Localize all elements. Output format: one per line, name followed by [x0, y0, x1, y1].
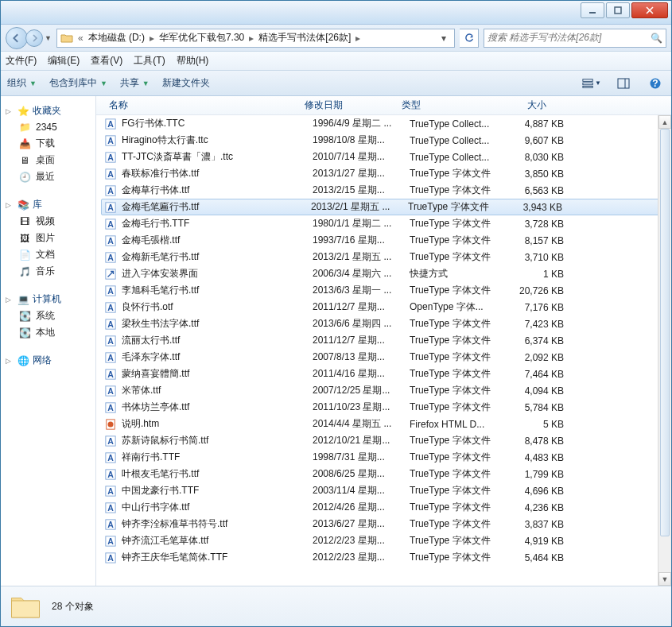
breadcrumb-dropdown[interactable]: ▾: [437, 33, 451, 44]
file-type: TrueType 字体文件: [410, 484, 503, 497]
breadcrumb-bar[interactable]: « 本地磁盘 (D:) ▸ 华军优化下载包7.30 ▸ 精选手写书法体[26款]…: [56, 29, 455, 48]
file-row[interactable]: A良怀行书.otf2011/12/7 星期...OpenType 字体...7,…: [96, 299, 671, 315]
file-row[interactable]: 进入字体安装界面2006/3/4 星期六 ...快捷方式1 KB: [96, 265, 671, 282]
favorites-group[interactable]: ▷⭐收藏夹: [1, 103, 95, 119]
breadcrumb-item[interactable]: 本地磁盘 (D:): [85, 31, 148, 45]
file-name: 钟齐李洤标准草书符号.ttf: [122, 517, 313, 531]
shortcut-icon: [104, 269, 117, 280]
file-row[interactable]: A金梅毛張楷.ttf1993/7/16 星期...TrueType 字体文件8,…: [96, 232, 671, 249]
explorer-body: ▷⭐收藏夹 📁2345 📥下载 🖥桌面 🕘最近 ▷📚库 🎞视频 🖼图片 📄文档 …: [1, 96, 671, 586]
menu-view[interactable]: 查看(V): [91, 54, 122, 68]
column-type[interactable]: 类型: [397, 99, 491, 112]
sidebar-item[interactable]: 🎵音乐: [1, 263, 95, 280]
file-row[interactable]: A梁秋生书法字体.ttf2013/6/6 星期四 ...TrueType 字体文…: [96, 315, 671, 332]
sidebar-item[interactable]: 📄文档: [1, 246, 95, 263]
back-button[interactable]: [6, 27, 28, 49]
sidebar-item[interactable]: 🎞视频: [1, 213, 95, 230]
organize-button[interactable]: 组织▼: [7, 76, 37, 90]
svg-text:A: A: [107, 502, 114, 512]
file-size: 4,696 KB: [503, 486, 564, 497]
menu-tools[interactable]: 工具(T): [134, 54, 165, 68]
breadcrumb-item[interactable]: 华军优化下载包7.30: [156, 31, 247, 45]
file-row[interactable]: A叶根友毛笔行书.ttf2008/6/25 星期...TrueType 字体文件…: [96, 466, 671, 482]
file-size: 3,728 KB: [503, 219, 564, 230]
breadcrumb-item[interactable]: 精选手写书法体[26款]: [255, 31, 354, 45]
file-row[interactable]: AFG行书体.TTC1996/4/9 星期二 ...TrueType Colle…: [96, 115, 671, 132]
libraries-group[interactable]: ▷📚库: [1, 196, 95, 213]
file-size: 8,478 KB: [503, 435, 564, 447]
view-mode-button[interactable]: ▼: [582, 75, 601, 92]
svg-text:A: A: [107, 285, 114, 295]
forward-button[interactable]: [25, 29, 43, 47]
file-row[interactable]: A金梅草行书体.ttf2013/2/15 星期...TrueType 字体文件6…: [96, 182, 671, 199]
search-input[interactable]: 搜索 精选手写书法体[26款] 🔍: [484, 29, 666, 48]
sidebar-item[interactable]: 🕘最近: [1, 168, 95, 185]
file-name: 流丽太行书.ttf: [122, 334, 313, 347]
computer-group[interactable]: ▷💻计算机: [1, 291, 95, 308]
file-row[interactable]: A蒙纳喜宴體簡.ttf2011/4/16 星期...TrueType 字体文件7…: [96, 366, 671, 382]
include-in-library-button[interactable]: 包含到库中▼: [49, 76, 107, 90]
minimize-button[interactable]: [581, 2, 604, 18]
nav-history-dropdown[interactable]: ▼: [45, 34, 52, 42]
file-date: 1980/1/1 星期二 ...: [313, 217, 410, 230]
scroll-thumb[interactable]: [660, 129, 670, 536]
svg-text:A: A: [107, 385, 114, 395]
sidebar-item[interactable]: 💽本地: [1, 324, 95, 341]
menu-edit[interactable]: 编辑(E): [48, 54, 80, 68]
sidebar-item[interactable]: 🖥桌面: [1, 152, 95, 168]
file-row[interactable]: A钟齐流江毛笔草体.ttf2012/2/23 星期...TrueType 字体文…: [96, 532, 671, 549]
file-row[interactable]: A流丽太行书.ttf2011/12/7 星期...TrueType 字体文件6,…: [96, 332, 671, 349]
file-date: 2012/2/23 星期...: [313, 551, 410, 564]
file-row[interactable]: A金梅新毛笔行书.ttf2013/2/1 星期五 ...TrueType 字体文…: [96, 249, 671, 265]
svg-point-45: [108, 421, 114, 427]
file-date: 2013/2/1 星期五 ...: [313, 250, 410, 264]
sidebar-item[interactable]: 📁2345: [1, 119, 95, 135]
file-row[interactable]: A米芾体.ttf2007/12/25 星期...TrueType 字体文件4,0…: [96, 382, 671, 399]
share-button[interactable]: 共享▼: [120, 76, 150, 90]
file-row[interactable]: A春联标准行书体.ttf2013/1/27 星期...TrueType 字体文件…: [96, 165, 671, 182]
new-folder-button[interactable]: 新建文件夹: [162, 76, 210, 90]
sidebar-item[interactable]: 💽系统: [1, 308, 95, 324]
file-date: 2003/11/4 星期...: [313, 484, 410, 497]
file-name: TT-JTC淡斎草書「濃」.ttc: [122, 150, 313, 164]
menu-file[interactable]: 文件(F): [6, 54, 37, 68]
sidebar-item[interactable]: 📥下载: [1, 135, 95, 152]
file-type: TrueType 字体文件: [410, 350, 503, 364]
search-placeholder: 搜索 精选手写书法体[26款]: [487, 31, 601, 45]
network-group[interactable]: ▷🌐网络: [1, 352, 95, 369]
close-button[interactable]: [631, 2, 668, 18]
file-row[interactable]: A祥南行书.TTF1998/7/31 星期...TrueType 字体文件4,4…: [96, 449, 671, 466]
preview-pane-button[interactable]: [614, 75, 633, 92]
refresh-button[interactable]: [460, 29, 479, 48]
file-row[interactable]: 说明.htm2014/4/4 星期五 ...Firefox HTML D...5…: [96, 416, 671, 432]
file-row[interactable]: A金梅毛笔匾行书.ttf2013/2/1 星期五 ...TrueType 字体文…: [101, 199, 668, 215]
file-type: TrueType 字体文件: [410, 317, 503, 331]
file-row[interactable]: A钟齐王庆华毛笔简体.TTF2012/2/23 星期...TrueType 字体…: [96, 549, 671, 566]
help-button[interactable]: ?: [646, 75, 665, 92]
file-row[interactable]: A钟齐李洤标准草书符号.ttf2013/6/27 星期...TrueType 字…: [96, 516, 671, 532]
file-row[interactable]: A书体坊兰亭体.ttf2011/10/23 星期...TrueType 字体文件…: [96, 399, 671, 416]
menu-help[interactable]: 帮助(H): [177, 54, 209, 68]
file-row[interactable]: A金梅毛行书.TTF1980/1/1 星期二 ...TrueType 字体文件3…: [96, 215, 671, 232]
scroll-down-button[interactable]: ▼: [658, 572, 671, 586]
file-row[interactable]: A苏新诗鼠标行书简.ttf2012/10/21 星期...TrueType 字体…: [96, 432, 671, 449]
file-row[interactable]: A李旭科毛笔行书.ttf2013/6/3 星期一 ...TrueType 字体文…: [96, 282, 671, 299]
file-row[interactable]: ATT-JTC淡斎草書「濃」.ttc2010/7/14 星期...TrueTyp…: [96, 149, 671, 165]
svg-text:A: A: [107, 552, 114, 562]
breadcrumb-overflow[interactable]: «: [76, 33, 85, 44]
scroll-up-button[interactable]: ▲: [658, 115, 671, 129]
column-size[interactable]: 大小: [491, 99, 551, 112]
scrollbar[interactable]: ▲ ▼: [658, 115, 671, 586]
file-date: 2011/12/7 星期...: [313, 334, 410, 347]
column-name[interactable]: 名称: [104, 99, 300, 112]
file-row[interactable]: AHiragino特太行書.ttc1998/10/8 星期...TrueType…: [96, 132, 671, 149]
column-date[interactable]: 修改日期: [300, 99, 397, 112]
maximize-button[interactable]: [606, 2, 630, 18]
sidebar-item[interactable]: 🖼图片: [1, 230, 95, 246]
file-row[interactable]: A毛泽东字体.ttf2007/8/13 星期...TrueType 字体文件2,…: [96, 349, 671, 366]
drive-icon: 💽: [18, 310, 31, 323]
file-row[interactable]: A中山行书字体.ttf2012/4/26 星期...TrueType 字体文件4…: [96, 499, 671, 516]
file-date: 2012/10/21 星期...: [313, 434, 410, 447]
file-row[interactable]: A中国龙豪行书.TTF2003/11/4 星期...TrueType 字体文件4…: [96, 482, 671, 499]
address-bar-row: ▼ « 本地磁盘 (D:) ▸ 华军优化下载包7.30 ▸ 精选手写书法体[26…: [1, 25, 671, 52]
